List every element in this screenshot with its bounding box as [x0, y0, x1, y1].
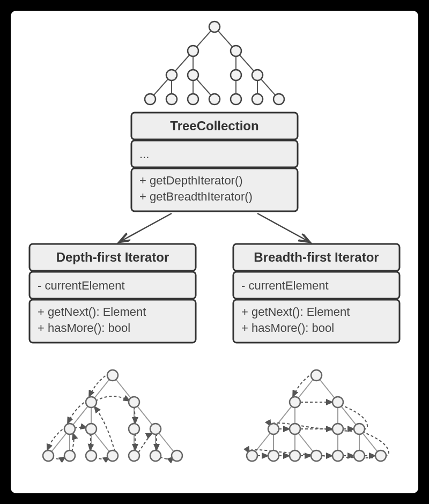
svg-point-87: [268, 450, 279, 461]
svg-point-91: [354, 450, 365, 461]
svg-point-55: [64, 424, 75, 434]
svg-point-17: [166, 70, 177, 80]
svg-point-24: [209, 94, 220, 105]
uml-breadth-iterator: Breadth-first Iterator - currentElement …: [233, 244, 400, 343]
svg-point-92: [375, 450, 386, 461]
svg-point-25: [231, 94, 241, 105]
svg-point-56: [86, 424, 97, 434]
uml-method: + getNext(): Element: [241, 305, 350, 318]
svg-point-85: [354, 424, 365, 434]
svg-point-19: [231, 70, 241, 80]
uml-method: + getNext(): Element: [38, 305, 146, 318]
svg-point-15: [188, 46, 198, 56]
svg-point-21: [145, 94, 156, 105]
svg-point-26: [252, 94, 263, 105]
svg-point-81: [332, 397, 343, 407]
uml-method: + hasMore(): bool: [241, 321, 334, 335]
uml-tree-collection: TreeCollection ... + getDepthIterator() …: [131, 113, 298, 211]
svg-point-88: [290, 450, 300, 461]
uml-method: + getDepthIterator(): [139, 174, 243, 187]
svg-rect-29: [131, 140, 298, 167]
svg-point-61: [86, 450, 97, 461]
svg-point-53: [86, 397, 97, 407]
uml-method: + getBreadthIterator(): [139, 190, 253, 203]
svg-point-16: [231, 46, 241, 56]
svg-point-14: [209, 21, 220, 32]
svg-point-65: [172, 450, 182, 461]
svg-point-18: [188, 70, 198, 80]
svg-point-89: [311, 450, 322, 461]
uml-method: + hasMore(): bool: [38, 321, 130, 335]
uml-title: Breadth-first Iterator: [254, 250, 379, 264]
uml-attrs: - currentElement: [241, 279, 329, 292]
svg-point-58: [150, 424, 161, 434]
uml-title: TreeCollection: [170, 118, 258, 133]
uml-attrs: - currentElement: [38, 279, 125, 292]
svg-point-79: [311, 370, 322, 381]
uml-title: Depth-first Iterator: [56, 250, 169, 264]
svg-point-20: [252, 70, 263, 80]
diagram-canvas: TreeCollection ... + getDepthIterator() …: [0, 0, 429, 504]
svg-point-86: [247, 450, 257, 461]
svg-point-52: [107, 370, 118, 381]
svg-point-82: [268, 424, 279, 434]
svg-point-57: [129, 424, 139, 434]
svg-point-27: [273, 94, 284, 105]
svg-point-63: [129, 450, 139, 461]
svg-point-23: [188, 94, 198, 105]
svg-point-90: [332, 450, 343, 461]
uml-depth-iterator: Depth-first Iterator - currentElement + …: [29, 244, 196, 343]
svg-point-62: [107, 450, 118, 461]
svg-point-64: [150, 450, 161, 461]
uml-attrs: ...: [139, 147, 149, 161]
svg-point-83: [290, 424, 300, 434]
svg-point-84: [332, 424, 343, 434]
svg-point-80: [290, 397, 300, 407]
svg-point-60: [64, 450, 75, 461]
svg-point-54: [129, 397, 139, 407]
svg-point-22: [166, 94, 177, 105]
svg-point-59: [43, 450, 54, 461]
